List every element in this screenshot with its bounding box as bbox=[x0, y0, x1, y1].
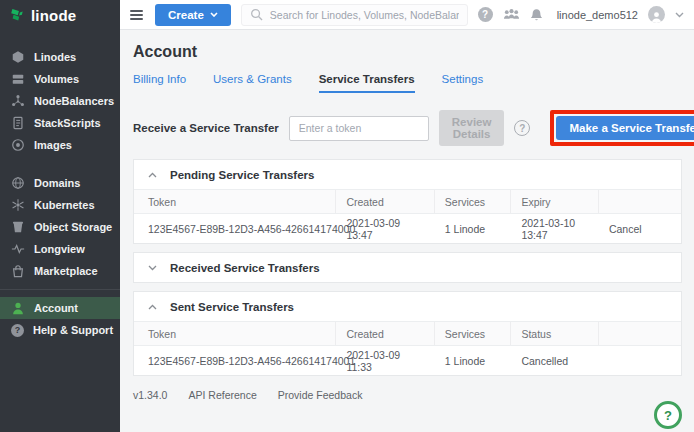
sent-table-header: Token Created Services Status bbox=[134, 321, 681, 346]
column-header-status[interactable]: Status bbox=[511, 322, 599, 345]
sent-transfers-header[interactable]: Sent Service Transfers bbox=[134, 292, 681, 321]
linode-logo-icon bbox=[10, 7, 25, 23]
column-header-created[interactable]: Created bbox=[336, 190, 434, 213]
page-title: Account bbox=[133, 43, 682, 61]
top-bar-right: Create ? linode_demo512 bbox=[120, 0, 694, 29]
created-cell: 2021-03-09 13:47 bbox=[336, 217, 434, 241]
search-icon bbox=[250, 8, 263, 21]
highlight-annotation: Make a Service Transfer bbox=[550, 110, 694, 146]
sidebar-divider bbox=[0, 289, 120, 290]
expand-chevron-down-icon bbox=[148, 265, 157, 271]
services-cell: 1 Linode bbox=[435, 355, 512, 367]
sidebar-item-images[interactable]: Images bbox=[0, 134, 120, 156]
sent-table-row: 123E4567-E89B-12D3-A456-426614174001 202… bbox=[134, 346, 681, 375]
collapse-chevron-up-icon bbox=[148, 304, 157, 310]
column-header-services[interactable]: Services bbox=[435, 190, 512, 213]
column-header-actions bbox=[599, 190, 681, 213]
provide-feedback-link[interactable]: Provide Feedback bbox=[278, 389, 363, 401]
community-icon[interactable] bbox=[503, 8, 520, 21]
column-header-token[interactable]: Token bbox=[134, 190, 336, 213]
api-reference-link[interactable]: API Reference bbox=[188, 389, 256, 401]
column-header-spacer bbox=[599, 322, 681, 345]
nodebalancers-icon bbox=[11, 94, 25, 108]
pending-transfers-panel: Pending Service Transfers Token Created … bbox=[133, 159, 682, 244]
make-service-transfer-button[interactable]: Make a Service Transfer bbox=[556, 116, 694, 140]
help-tooltip-icon[interactable]: ? bbox=[514, 120, 530, 136]
longview-icon bbox=[11, 242, 25, 256]
linode-logo[interactable]: linode bbox=[0, 0, 120, 30]
help-support-icon: ? bbox=[11, 324, 24, 337]
tab-billing-info[interactable]: Billing Info bbox=[133, 73, 186, 93]
sidebar-item-nodebalancers[interactable]: NodeBalancers bbox=[0, 90, 120, 112]
account-icon bbox=[11, 301, 25, 315]
chevron-down-icon bbox=[210, 12, 218, 17]
help-icon[interactable]: ? bbox=[478, 7, 493, 22]
received-transfers-panel: Received Service Transfers bbox=[133, 252, 682, 283]
created-cell: 2021-03-09 11:33 bbox=[336, 349, 434, 373]
sidebar-item-help-support[interactable]: ? Help & Support bbox=[0, 319, 120, 341]
linodes-icon bbox=[11, 50, 25, 64]
sidebar-item-volumes[interactable]: Volumes bbox=[0, 68, 120, 90]
column-header-services[interactable]: Services bbox=[435, 322, 512, 345]
token-link[interactable]: 123E4567-E89B-12D3-A456-426614174000 bbox=[134, 223, 336, 235]
sidebar-item-linodes[interactable]: Linodes bbox=[0, 46, 120, 68]
username[interactable]: linode_demo512 bbox=[557, 9, 638, 21]
kubernetes-icon bbox=[11, 198, 25, 212]
services-cell: 1 Linode bbox=[435, 223, 512, 235]
domains-icon bbox=[11, 176, 25, 190]
top-bar: linode Create ? linode_demo512 bbox=[0, 0, 694, 30]
logo-text: linode bbox=[31, 7, 76, 24]
column-header-token[interactable]: Token bbox=[134, 322, 336, 345]
notifications-bell-icon[interactable] bbox=[530, 8, 543, 22]
volumes-icon bbox=[11, 72, 25, 86]
sent-transfers-panel: Sent Service Transfers Token Created Ser… bbox=[133, 291, 682, 376]
pending-transfers-header[interactable]: Pending Service Transfers bbox=[134, 160, 681, 189]
sidebar-item-domains[interactable]: Domains bbox=[0, 172, 120, 194]
version-label: v1.34.0 bbox=[133, 389, 167, 401]
images-icon bbox=[11, 138, 25, 152]
column-header-created[interactable]: Created bbox=[336, 322, 434, 345]
receive-transfer-label: Receive a Service Transfer bbox=[133, 122, 279, 134]
create-button-label: Create bbox=[168, 9, 204, 21]
collapse-chevron-up-icon bbox=[148, 172, 157, 178]
expiry-cell: 2021-03-10 13:47 bbox=[511, 217, 599, 241]
tab-service-transfers[interactable]: Service Transfers bbox=[319, 73, 415, 93]
search-box[interactable] bbox=[241, 4, 468, 26]
avatar[interactable] bbox=[648, 6, 665, 23]
pending-table-row: 123E4567-E89B-12D3-A456-426614174000 202… bbox=[134, 214, 681, 243]
account-tabs: Billing Info Users & Grants Service Tran… bbox=[133, 73, 682, 93]
column-header-expiry[interactable]: Expiry bbox=[511, 190, 599, 213]
sidebar-item-marketplace[interactable]: Marketplace bbox=[0, 260, 120, 282]
tab-users-grants[interactable]: Users & Grants bbox=[213, 73, 292, 93]
sidebar: Linodes Volumes NodeBalancers StackScrip… bbox=[0, 30, 120, 432]
main-content: Account Billing Info Users & Grants Serv… bbox=[120, 30, 694, 432]
token-input[interactable] bbox=[289, 116, 429, 141]
person-icon bbox=[650, 10, 663, 23]
object-storage-icon bbox=[11, 220, 25, 234]
received-transfers-header[interactable]: Received Service Transfers bbox=[134, 253, 681, 282]
receive-transfer-row: Receive a Service Transfer Review Detail… bbox=[133, 110, 682, 146]
sidebar-item-kubernetes[interactable]: Kubernetes bbox=[0, 194, 120, 216]
pending-table-header: Token Created Services Expiry bbox=[134, 189, 681, 214]
menu-icon[interactable] bbox=[128, 8, 145, 22]
marketplace-icon bbox=[11, 264, 25, 278]
stackscripts-icon bbox=[11, 116, 25, 130]
status-cell: Cancelled bbox=[511, 355, 599, 367]
create-button[interactable]: Create bbox=[155, 4, 231, 26]
account-menu-chevron-icon[interactable] bbox=[675, 12, 684, 18]
sidebar-item-account[interactable]: Account bbox=[0, 297, 120, 319]
review-details-button[interactable]: Review Details bbox=[439, 110, 505, 146]
footer: v1.34.0 API Reference Provide Feedback bbox=[133, 389, 682, 401]
search-input[interactable] bbox=[270, 9, 459, 21]
sidebar-item-stackscripts[interactable]: StackScripts bbox=[0, 112, 120, 134]
help-fab[interactable]: ? bbox=[654, 401, 682, 429]
sidebar-item-object-storage[interactable]: Object Storage bbox=[0, 216, 120, 238]
token-link[interactable]: 123E4567-E89B-12D3-A456-426614174001 bbox=[134, 355, 336, 367]
cancel-link[interactable]: Cancel bbox=[599, 223, 681, 235]
sidebar-item-longview[interactable]: Longview bbox=[0, 238, 120, 260]
tab-settings[interactable]: Settings bbox=[442, 73, 484, 93]
